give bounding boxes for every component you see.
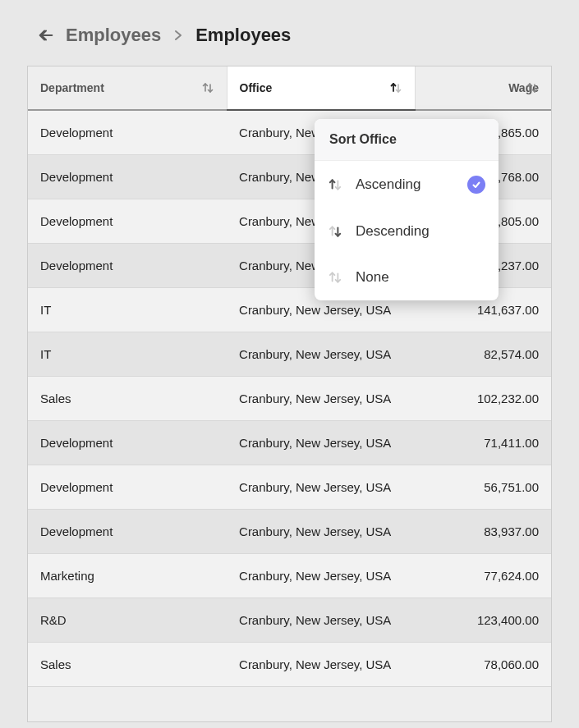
sort-asc-icon <box>389 81 402 94</box>
sort-option-descending[interactable]: Descending <box>315 208 499 254</box>
table-row[interactable]: R&DCranbury, New Jersey, USA123,400.00 <box>28 598 551 643</box>
table-row[interactable]: DevelopmentCranbury, New Jersey, USA71,4… <box>28 421 551 465</box>
sort-popover-title: Sort Office <box>315 119 499 161</box>
sort-icon <box>201 81 214 94</box>
breadcrumb: Employees Employees <box>66 25 291 46</box>
table-row[interactable]: SalesCranbury, New Jersey, USA78,060.00 <box>28 643 551 687</box>
sort-option-ascending[interactable]: Ascending <box>315 161 499 208</box>
column-label: Office <box>240 81 273 94</box>
cell-wage: 56,751.00 <box>415 465 551 510</box>
cell-office: Cranbury, New Jersey, USA <box>227 465 415 510</box>
page-header: Employees Employees <box>0 0 579 66</box>
sort-popover: Sort Office Ascending <box>315 119 499 300</box>
cell-department: Marketing <box>28 554 227 598</box>
arrow-left-icon <box>37 26 55 44</box>
sort-none-icon <box>328 270 342 285</box>
cell-department: Development <box>28 155 227 199</box>
cell-department: Development <box>28 465 227 510</box>
svg-marker-7 <box>397 119 411 120</box>
sort-icon <box>526 81 539 94</box>
cell-department: Sales <box>28 643 227 687</box>
cell-wage: 123,400.00 <box>415 598 551 643</box>
column-header-office[interactable]: Office <box>227 66 415 110</box>
cell-department: Sales <box>28 377 227 421</box>
column-label: Department <box>40 81 104 94</box>
cell-wage: 71,411.00 <box>415 421 551 465</box>
cell-wage: 83,937.00 <box>415 510 551 554</box>
back-button[interactable] <box>36 25 56 45</box>
column-header-wage[interactable]: Wage <box>415 66 551 110</box>
cell-office: Cranbury, New Jersey, USA <box>227 554 415 598</box>
cell-office: Cranbury, New Jersey, USA <box>227 510 415 554</box>
sort-option-label: Ascending <box>356 176 454 193</box>
check-icon <box>467 176 485 194</box>
cell-office: Cranbury, New Jersey, USA <box>227 377 415 421</box>
table-row[interactable]: SalesCranbury, New Jersey, USA102,232.00 <box>28 377 551 421</box>
column-header-department[interactable]: Department <box>28 66 227 110</box>
table-row[interactable]: ITCranbury, New Jersey, USA82,574.00 <box>28 332 551 377</box>
cell-office: Cranbury, New Jersey, USA <box>227 643 415 687</box>
sort-option-label: None <box>356 269 485 286</box>
breadcrumb-parent[interactable]: Employees <box>66 25 161 46</box>
chevron-right-icon <box>174 25 182 46</box>
table-row[interactable]: DevelopmentCranbury, New Jersey, USA83,9… <box>28 510 551 554</box>
sort-desc-icon <box>328 224 342 239</box>
table-row[interactable]: MarketingCranbury, New Jersey, USA77,624… <box>28 554 551 598</box>
table-row[interactable]: DevelopmentCranbury, New Jersey, USA56,7… <box>28 465 551 510</box>
cell-department: R&D <box>28 598 227 643</box>
cell-department: Development <box>28 110 227 155</box>
cell-office: Cranbury, New Jersey, USA <box>227 421 415 465</box>
cell-department: IT <box>28 332 227 377</box>
cell-department: Development <box>28 510 227 554</box>
cell-wage: 102,232.00 <box>415 377 551 421</box>
cell-wage: 77,624.00 <box>415 554 551 598</box>
popover-arrow-icon <box>397 119 411 120</box>
cell-office: Cranbury, New Jersey, USA <box>227 332 415 377</box>
cell-department: Development <box>28 244 227 288</box>
sort-option-none[interactable]: None <box>315 254 499 300</box>
cell-office: Cranbury, New Jersey, USA <box>227 598 415 643</box>
sort-asc-icon <box>328 177 342 192</box>
cell-wage: 78,060.00 <box>415 643 551 687</box>
cell-department: Development <box>28 199 227 244</box>
cell-wage: 82,574.00 <box>415 332 551 377</box>
sort-option-label: Descending <box>356 223 485 240</box>
table-header-row: Department Office <box>28 66 551 110</box>
breadcrumb-current: Employees <box>195 25 291 46</box>
cell-department: IT <box>28 288 227 332</box>
cell-department: Development <box>28 421 227 465</box>
